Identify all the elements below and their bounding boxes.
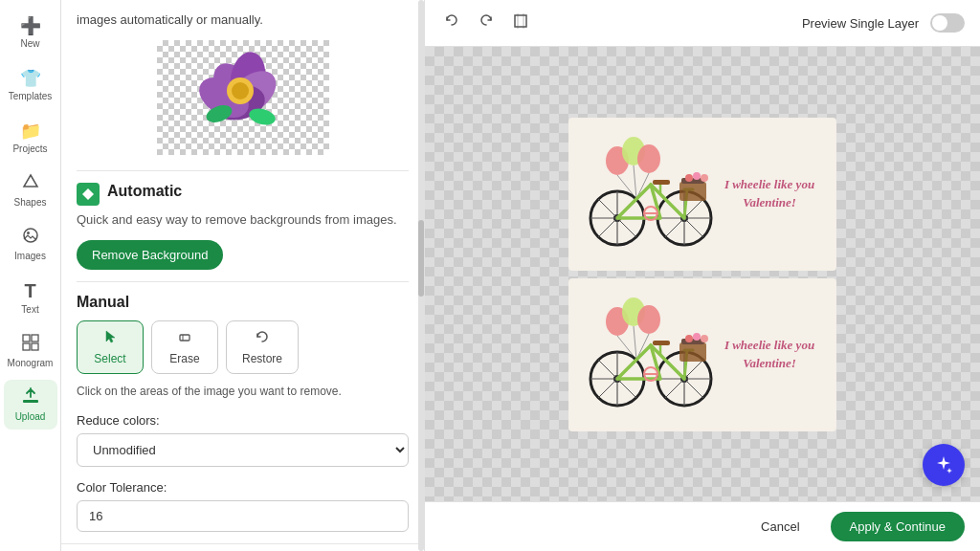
- svg-point-14: [232, 82, 249, 99]
- sidebar-item-monogram[interactable]: Monogram: [4, 326, 57, 376]
- select-tool-label: Select: [94, 352, 125, 365]
- select-icon: [102, 329, 118, 348]
- scrollbar-track[interactable]: [418, 0, 424, 551]
- left-panel: images automatically or manually.: [61, 0, 425, 551]
- restore-tool-button[interactable]: Restore: [226, 320, 299, 374]
- upload-icon: [22, 387, 39, 409]
- svg-line-53: [634, 326, 636, 360]
- select-tool-button[interactable]: Select: [77, 320, 144, 374]
- sidebar-item-projects[interactable]: 📁 Projects: [4, 113, 57, 162]
- manual-tools: Select Erase Restore: [77, 320, 409, 374]
- sidebar-item-templates-label: Templates: [9, 91, 53, 101]
- svg-rect-17: [180, 335, 189, 341]
- erase-tool-label: Erase: [169, 352, 199, 365]
- flower-image: [157, 40, 329, 155]
- crop-button[interactable]: [509, 10, 532, 36]
- sidebar-item-upload-label: Upload: [15, 411, 46, 422]
- svg-point-2: [27, 231, 30, 234]
- color-tolerance-input[interactable]: [77, 500, 409, 532]
- svg-point-44: [685, 174, 693, 182]
- svg-point-45: [693, 172, 701, 180]
- monogram-icon: [22, 334, 39, 356]
- sidebar-item-monogram-label: Monogram: [8, 358, 54, 368]
- ai-assistant-button[interactable]: [923, 444, 965, 486]
- svg-rect-42: [679, 182, 706, 201]
- automatic-header: Automatic: [77, 183, 409, 206]
- svg-marker-0: [24, 175, 37, 187]
- shapes-icon: [22, 173, 39, 195]
- back-actions: Back: [61, 543, 424, 551]
- preview-single-layer-label: Preview Single Layer: [802, 16, 919, 31]
- images-icon: [22, 227, 39, 249]
- card-1-text: I wheelie like you Valentine!: [718, 176, 821, 210]
- bicycle-image-2: [584, 293, 718, 417]
- svg-rect-4: [32, 335, 38, 342]
- sidebar-item-templates[interactable]: 👕 Templates: [4, 60, 57, 109]
- card-2-text: I wheelie like you Valentine!: [718, 337, 821, 371]
- image-preview: [157, 40, 329, 155]
- svg-rect-3: [23, 335, 30, 342]
- redo-button[interactable]: [475, 10, 498, 36]
- svg-line-26: [634, 165, 636, 199]
- svg-point-73: [701, 335, 708, 342]
- divider-1: [77, 170, 409, 171]
- bicycle-image-1: [584, 132, 718, 256]
- svg-point-1: [24, 229, 37, 242]
- cancel-button[interactable]: Cancel: [742, 512, 818, 541]
- svg-rect-6: [32, 343, 38, 350]
- text-icon: T: [24, 280, 35, 302]
- sidebar-item-images-label: Images: [14, 251, 46, 261]
- main-area: Preview Single Layer: [425, 0, 980, 551]
- color-tolerance-label: Color Tolerance:: [77, 480, 409, 495]
- sidebar-item-text[interactable]: T Text: [4, 273, 57, 322]
- click-instruction: Click on the areas of the image you want…: [77, 384, 409, 400]
- restore-tool-label: Restore: [242, 352, 282, 365]
- svg-point-46: [701, 174, 708, 182]
- preview-toggle[interactable]: [930, 13, 965, 33]
- sidebar-item-images[interactable]: Images: [4, 219, 57, 269]
- footer-actions: Cancel Apply & Continue: [425, 501, 980, 551]
- sidebar-item-projects-label: Projects: [12, 143, 47, 154]
- automatic-title: Automatic: [107, 183, 182, 200]
- valentine-card-2: I wheelie like you Valentine!: [568, 278, 836, 431]
- sidebar-item-new[interactable]: ➕ New: [4, 8, 57, 56]
- svg-point-51: [637, 305, 660, 334]
- svg-rect-67: [653, 341, 670, 345]
- erase-icon: [177, 329, 192, 348]
- svg-rect-7: [23, 400, 38, 403]
- sidebar-item-new-label: New: [20, 38, 39, 49]
- svg-point-71: [685, 335, 693, 342]
- sidebar-item-shapes-label: Shapes: [14, 197, 47, 208]
- reduce-colors-select[interactable]: Unmodified 2 colors 4 colors 8 colors: [77, 433, 409, 467]
- svg-rect-5: [23, 343, 30, 350]
- sidebar-item-shapes[interactable]: Shapes: [4, 165, 57, 215]
- intro-text: images automatically or manually.: [77, 11, 409, 29]
- automatic-description: Quick and easy way to remove backgrounds…: [77, 211, 409, 229]
- svg-point-24: [637, 144, 660, 173]
- remove-background-button[interactable]: Remove Background: [77, 240, 223, 270]
- manual-title: Manual: [77, 294, 409, 311]
- scrollbar-thumb[interactable]: [418, 220, 424, 297]
- sidebar: ➕ New 👕 Templates 📁 Projects Shapes Imag…: [0, 0, 61, 551]
- reduce-colors-label: Reduce colors:: [77, 413, 409, 428]
- sidebar-item-text-label: Text: [21, 304, 38, 315]
- svg-rect-19: [515, 15, 526, 27]
- svg-rect-69: [679, 342, 706, 362]
- sidebar-item-upload[interactable]: Upload: [4, 380, 57, 430]
- svg-point-72: [693, 333, 701, 341]
- canvas-cards-container: I wheelie like you Valentine!: [549, 99, 856, 451]
- new-icon: ➕: [20, 15, 41, 36]
- canvas-toolbar: Preview Single Layer: [425, 0, 980, 47]
- valentine-card-1: I wheelie like you Valentine!: [568, 118, 836, 271]
- apply-continue-button[interactable]: Apply & Continue: [831, 512, 965, 541]
- templates-icon: 👕: [20, 68, 41, 89]
- divider-2: [77, 281, 409, 282]
- automatic-icon: [77, 183, 100, 206]
- projects-icon: 📁: [20, 121, 41, 142]
- erase-tool-button[interactable]: Erase: [151, 320, 218, 374]
- svg-rect-40: [653, 180, 670, 185]
- restore-icon: [255, 329, 270, 348]
- canvas-area: I wheelie like you Valentine!: [425, 47, 980, 501]
- undo-button[interactable]: [440, 10, 463, 36]
